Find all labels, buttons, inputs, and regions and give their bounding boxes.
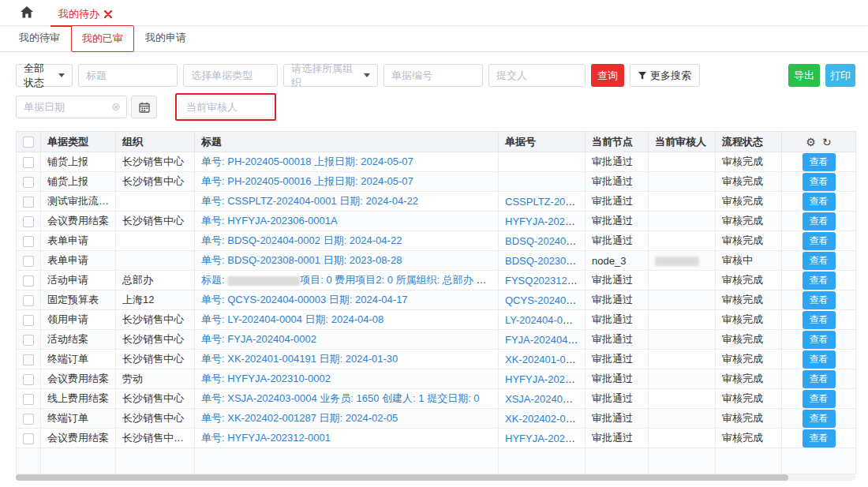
row-checkbox[interactable] <box>23 374 34 385</box>
gear-icon[interactable]: ⚙ <box>806 136 816 148</box>
doc-no-link[interactable]: LY-202404-0004 <box>505 314 580 326</box>
view-button[interactable]: 查看 <box>803 193 836 211</box>
open-tab-my-todo[interactable]: 我的待办 <box>51 0 120 27</box>
row-checkbox[interactable] <box>23 216 34 227</box>
row-checkbox[interactable] <box>23 295 34 306</box>
cell-title: 单号: QCYS-202404-00003 日期: 2024-04-17 <box>195 290 499 310</box>
cell-doc-no: FYJA-202404-0002 <box>499 330 586 350</box>
title-link[interactable]: 单号: HYFYJA-202312-0001 <box>201 432 331 444</box>
view-button[interactable]: 查看 <box>803 410 836 428</box>
chevron-down-icon <box>58 73 65 77</box>
doc-no-link[interactable]: CSSPLTZ-202404-0... <box>505 196 586 208</box>
tab-my-reviewed[interactable]: 我的已审 <box>71 25 134 52</box>
filter-row-2: ⊗ <box>16 93 855 121</box>
calendar-button[interactable] <box>131 96 157 118</box>
view-button[interactable]: 查看 <box>803 311 836 329</box>
title-link[interactable]: 单号: PH-202405-00016 上报日期: 2024-05-07 <box>201 175 413 187</box>
doc-no-link[interactable]: BDSQ-202308-0001 <box>505 255 586 267</box>
row-checkbox[interactable] <box>23 256 34 267</box>
doc-no-link[interactable]: HYFYJA-202310-0002 <box>505 373 586 385</box>
title-link[interactable]: 单号: CSSPLTZ-202404-0001 日期: 2024-04-22 <box>201 195 418 207</box>
doc-no-filter-input[interactable] <box>383 64 483 87</box>
doc-date-input[interactable] <box>16 96 127 118</box>
status-select[interactable]: 全部状态 <box>16 64 73 87</box>
cell-doc-type: 会议费用结案 <box>41 212 116 231</box>
horizontal-scrollbar[interactable] <box>16 474 855 481</box>
title-link-text: 单号: HYFYJA-202312-0001 <box>201 432 331 444</box>
title-link[interactable]: 标题: 项目: 0 费用项目2: 0 所属组织: 总部办 提交人: 0 日期: … <box>201 274 499 286</box>
scrollbar-thumb[interactable] <box>16 474 788 481</box>
doc-no-link[interactable]: HYFYJA-202306-00... <box>505 215 586 227</box>
doc-no-link[interactable]: XK-202401-004191 <box>505 354 586 365</box>
view-button[interactable]: 查看 <box>803 173 836 191</box>
row-checkbox[interactable] <box>23 275 34 287</box>
view-button[interactable]: 查看 <box>803 331 836 349</box>
title-filter-input[interactable] <box>78 64 178 87</box>
doc-no-link[interactable]: XK-202402-001287 <box>505 413 586 425</box>
query-button[interactable]: 查询 <box>591 64 624 87</box>
title-link[interactable]: 单号: XSJA-202403-0004 业务员: 1650 创建人: 1 提交… <box>201 392 480 404</box>
row-checkbox[interactable] <box>23 433 34 444</box>
view-button[interactable]: 查看 <box>803 370 836 388</box>
view-button[interactable]: 查看 <box>803 272 836 290</box>
cell-flow-status: 审核完成 <box>716 369 782 389</box>
doc-no-link[interactable]: BDSQ-202404-0002 <box>505 235 586 247</box>
submitter-filter-input[interactable] <box>488 64 586 87</box>
title-link[interactable]: 单号: PH-202405-00018 上报日期: 2024-05-07 <box>201 155 413 167</box>
print-button[interactable]: 打印 <box>825 64 855 87</box>
title-link[interactable]: 单号: HYFYJA-202310-0002 <box>201 373 331 384</box>
doc-no-link[interactable]: HYFYJA-202312-0001 <box>505 433 586 444</box>
row-checkbox[interactable] <box>23 394 34 405</box>
row-checkbox[interactable] <box>23 315 34 326</box>
table-row: 固定预算表 上海12 单号: QCYS-202404-00003 日期: 202… <box>17 290 856 310</box>
view-button[interactable]: 查看 <box>803 291 836 309</box>
doc-no-link[interactable]: FYJA-202404-0002 <box>505 334 586 346</box>
title-link[interactable]: 单号: XK-202402-001287 日期: 2024-02-05 <box>201 412 398 424</box>
table-row: 终端订单 长沙销售中心 单号: XK-202401-004191 日期: 202… <box>17 350 856 369</box>
row-checkbox[interactable] <box>23 354 34 365</box>
doc-type-filter-input[interactable] <box>183 64 278 87</box>
cell-flow-status: 审核完成 <box>716 152 782 172</box>
view-button[interactable]: 查看 <box>803 350 836 369</box>
row-checkbox[interactable] <box>23 414 34 425</box>
cell-title: 标题: 项目: 0 费用项目2: 0 所属组织: 总部办 提交人: 0 日期: … <box>195 271 499 290</box>
row-checkbox[interactable] <box>23 197 34 208</box>
tab-my-pending[interactable]: 我的待审 <box>8 24 71 51</box>
row-checkbox[interactable] <box>23 335 34 346</box>
clear-date-icon[interactable]: ⊗ <box>111 100 121 113</box>
doc-no-link[interactable]: XSJA-202403-0004 <box>505 393 586 405</box>
title-link[interactable]: 单号: BDSQ-202404-0002 日期: 2024-04-22 <box>201 234 402 246</box>
title-link[interactable]: 单号: XK-202401-004191 日期: 2024-01-30 <box>201 353 398 365</box>
org-select[interactable]: 请选择所属组织 <box>283 64 378 87</box>
cell-flow-status: 审核完成 <box>716 330 782 350</box>
cell-org: 总部办 <box>116 271 195 290</box>
row-checkbox[interactable] <box>23 236 34 247</box>
title-link[interactable]: 单号: HYFYJA-202306-0001A <box>201 215 338 227</box>
doc-no-link[interactable]: FYSQ202312110017 <box>505 275 586 287</box>
status-select-value: 全部状态 <box>24 62 52 90</box>
row-checkbox[interactable] <box>23 157 34 168</box>
export-button[interactable]: 导出 <box>788 64 820 87</box>
title-link[interactable]: 单号: FYJA-202404-0002 <box>201 333 316 345</box>
view-button[interactable]: 查看 <box>803 252 836 270</box>
view-button[interactable]: 查看 <box>803 153 836 171</box>
title-link[interactable]: 单号: BDSQ-202308-0001 日期: 2023-08-28 <box>201 254 402 266</box>
view-button[interactable]: 查看 <box>803 429 836 448</box>
empty-cell <box>716 448 782 474</box>
row-checkbox[interactable] <box>23 177 34 188</box>
tab-my-applications[interactable]: 我的申请 <box>134 24 197 51</box>
view-button[interactable]: 查看 <box>803 232 836 250</box>
filter-funnel-icon <box>638 72 646 80</box>
title-link[interactable]: 单号: LY-202404-0004 日期: 2024-04-08 <box>201 313 383 325</box>
cell-title: 单号: XSJA-202403-0004 业务员: 1650 创建人: 1 提交… <box>195 389 499 409</box>
view-button[interactable]: 查看 <box>803 212 836 230</box>
refresh-icon[interactable]: ↻ <box>822 136 832 148</box>
current-reviewer-input[interactable] <box>178 96 273 118</box>
view-button[interactable]: 查看 <box>803 390 836 408</box>
select-all-checkbox[interactable] <box>23 137 34 148</box>
title-link[interactable]: 单号: QCYS-202404-00003 日期: 2024-04-17 <box>201 294 408 305</box>
doc-no-link[interactable]: QCYS-202404-00003 <box>505 294 586 306</box>
more-search-button[interactable]: 更多搜索 <box>630 64 700 87</box>
home-icon[interactable] <box>21 6 33 21</box>
close-tab-icon[interactable] <box>104 10 112 18</box>
